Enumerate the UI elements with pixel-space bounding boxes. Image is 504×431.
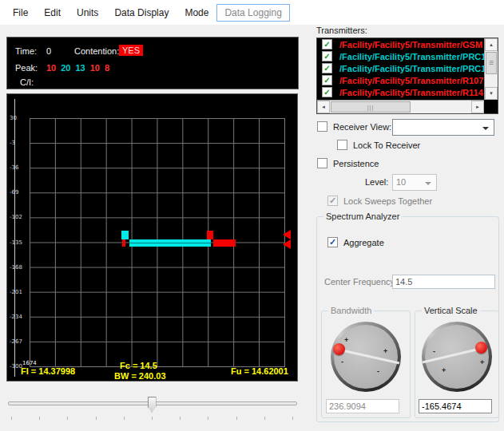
horizontal-scroll-thumb[interactable]: |||	[331, 101, 411, 113]
persistence-label: Persistence	[333, 159, 379, 168]
transmitter-item[interactable]: ✓/Facility/Facility5/Transmitter/R114	[317, 86, 498, 98]
bandwidth-value	[326, 399, 399, 413]
vertical-scale-value[interactable]	[419, 399, 492, 413]
horizontal-scrollbar[interactable]: ◄ ||| ►	[317, 100, 484, 113]
slider-tick	[67, 417, 68, 420]
y-axis-tick: -168	[10, 264, 22, 271]
lock-to-receiver-label: Lock To Receiver	[353, 140, 420, 150]
transmitter-checkbox[interactable]: ✓	[322, 39, 332, 49]
scroll-right-icon[interactable]: ►	[471, 101, 484, 113]
slider-thumb[interactable]	[148, 397, 157, 413]
status-panel: Time: 0 Contention: YES Peak: 102013108 …	[6, 37, 299, 89]
slider-tick	[124, 417, 125, 420]
transmitter-item[interactable]: ✓/Facility/Facility5/Transmitter/PRC119	[317, 50, 498, 62]
persistence-checkbox[interactable]	[317, 158, 327, 168]
red-tick-marker	[122, 239, 125, 247]
level-value: 10	[396, 177, 406, 187]
contention-value: YES	[119, 45, 143, 56]
transmitter-checkbox[interactable]: ✓	[322, 87, 332, 97]
menu-item-mode[interactable]: Mode	[177, 4, 216, 22]
peak-label: Peak:	[15, 63, 38, 73]
level-dropdown: 10	[392, 174, 437, 191]
aggregate-checkbox[interactable]	[327, 237, 338, 247]
y-axis-tick: -36	[10, 164, 18, 171]
frequency-slider[interactable]	[6, 395, 299, 422]
slider-tick	[236, 417, 237, 420]
transmitter-item[interactable]: ✓/Facility/Facility5/Transmitter/PRC148	[317, 62, 498, 74]
peak-value: 13	[76, 63, 85, 73]
transmitter-label: /Facility/Facility5/Transmitter/PRC148	[339, 64, 496, 73]
transmitter-checkbox[interactable]: ✓	[322, 63, 332, 73]
app-window: FileEditUnitsData DisplayModeData Loggin…	[0, 0, 504, 431]
vertical-scale-group: Vertical Scale -++	[415, 310, 499, 418]
knob-mark: -	[341, 358, 343, 365]
menu-item-data-logging[interactable]: Data Logging	[216, 4, 289, 22]
spectrum-plot: 30-3-36-69-102-135-168-201-234-267-300 1…	[6, 93, 298, 382]
contention-label: Contention:	[74, 46, 119, 56]
transmitter-item[interactable]: ✓/Facility/Facility5/Transmitter/R107	[317, 74, 498, 86]
vertical-scroll-thumb[interactable]: ☰	[486, 52, 497, 74]
fl-label: Fl = 14.37998	[21, 366, 75, 376]
y-axis-tick: -102	[10, 214, 22, 220]
time-value: 0	[46, 46, 51, 56]
receiver-view-label: Receiver View:	[333, 122, 391, 132]
menu-item-data-display[interactable]: Data Display	[106, 4, 177, 22]
chevron-down-icon	[482, 127, 489, 130]
scroll-left-icon[interactable]: ◄	[317, 101, 330, 113]
y-axis-tick: -135	[10, 239, 22, 246]
bandwidth-knob-indicator	[333, 343, 345, 355]
slider-tick	[292, 417, 293, 420]
scroll-up-icon[interactable]: ▲	[485, 38, 498, 51]
transmitters-label: Transmitters:	[316, 26, 367, 35]
menu-item-edit[interactable]: Edit	[36, 4, 69, 22]
fc-label: Fc = 14.5	[120, 361, 157, 370]
y-axis-tick: -234	[10, 314, 22, 320]
scroll-down-icon[interactable]: ▼	[485, 87, 498, 100]
transmitter-label: /Facility/Facility5/Transmitter/GSM	[339, 40, 482, 49]
red-signal-bar	[213, 239, 236, 247]
receiver-view-dropdown[interactable]	[392, 119, 494, 136]
transmitter-item[interactable]: ✓/Facility/Facility5/Transmitter/GSM	[317, 38, 498, 50]
cyan-peak-marker	[121, 231, 129, 239]
time-label: Time:	[15, 46, 37, 56]
menu-item-file[interactable]: File	[5, 4, 36, 22]
transmitter-checkbox[interactable]: ✓	[322, 75, 332, 85]
y-axis-tick: -69	[10, 189, 18, 196]
chevron-down-icon	[425, 182, 431, 185]
lock-sweeps-checkbox	[327, 196, 338, 206]
slider-tick	[208, 417, 208, 420]
slider-tick	[152, 417, 153, 420]
bandwidth-title: Bandwidth	[328, 306, 374, 315]
peak-values: 102013108	[46, 63, 114, 73]
signal-stripe	[129, 243, 211, 243]
peak-value: 10	[46, 63, 56, 73]
y-axis-tick: -201	[10, 289, 22, 295]
menu-item-units[interactable]: Units	[69, 4, 106, 22]
y-axis-tick: -3	[10, 140, 15, 146]
knob-mark: +	[344, 337, 348, 343]
level-label: Level:	[365, 177, 388, 187]
fu-label: Fu = 14.62001	[231, 366, 288, 376]
left-arrow-marker	[283, 239, 291, 249]
bandwidth-knob-needle	[331, 322, 401, 392]
knob-mark: +	[383, 348, 387, 354]
receiver-view-checkbox[interactable]	[317, 121, 327, 132]
slider-tick	[264, 417, 265, 420]
vertical-scale-knob-indicator	[475, 342, 487, 354]
spectrum-analyzer-title: Spectrum Analyzer	[323, 212, 402, 221]
vertical-scrollbar[interactable]: ▲ ☰ ▼	[484, 38, 498, 100]
bandwidth-group: Bandwidth +-+-	[321, 310, 411, 418]
lock-to-receiver-checkbox[interactable]	[337, 140, 347, 150]
slider-tick	[180, 417, 181, 420]
cyan-signal-bar	[129, 239, 211, 247]
aggregate-label: Aggregate	[343, 238, 384, 247]
y-axis-tick: -267	[10, 338, 22, 345]
bw-label: BW = 240.03	[114, 371, 166, 381]
vertical-scale-knob[interactable]: -++	[422, 322, 492, 392]
transmitter-checkbox[interactable]: ✓	[322, 51, 332, 61]
transmitter-label: /Facility/Facility5/Transmitter/R114	[339, 88, 483, 97]
vertical-scale-title: Vertical Scale	[422, 306, 480, 315]
knob-mark: -	[377, 368, 379, 374]
ci-label: C/I:	[20, 77, 34, 87]
slider-tick	[39, 417, 40, 420]
